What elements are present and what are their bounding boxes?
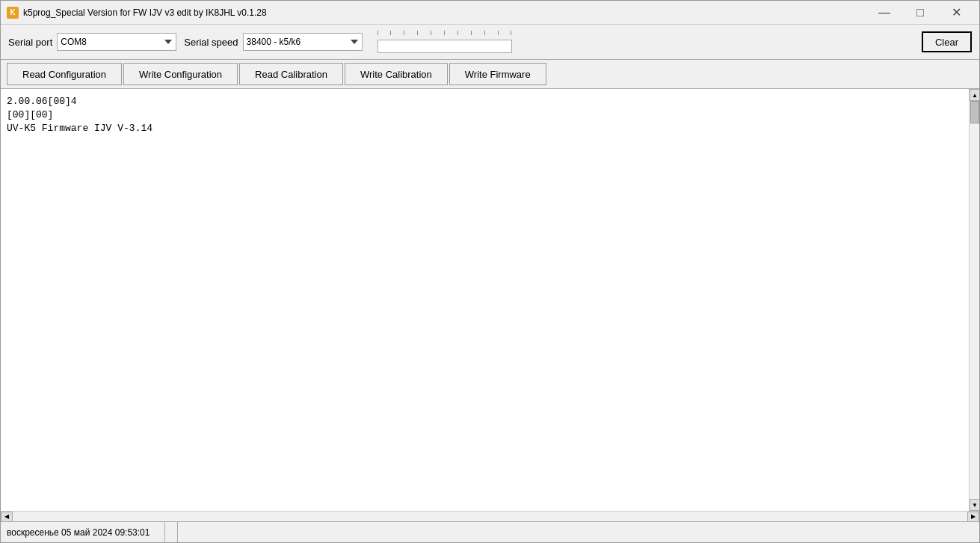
- scroll-up-arrow[interactable]: ▲: [970, 89, 979, 101]
- app-icon: K: [7, 7, 19, 19]
- vertical-scrollbar[interactable]: ▲ ▼: [969, 89, 979, 511]
- scroll-down-arrow[interactable]: ▼: [970, 499, 979, 511]
- toolbar: Serial port COM1COM2COM3COM4COM5COM6COM7…: [1, 25, 979, 60]
- clear-button[interactable]: Clear: [922, 31, 972, 52]
- title-bar: K k5prog_Special Version for FW IJV v3 e…: [1, 1, 979, 25]
- tick-6: [444, 31, 445, 35]
- serial-port-group: Serial port COM1COM2COM3COM4COM5COM6COM7…: [8, 33, 176, 51]
- tick-8: [471, 31, 472, 35]
- tick-3: [404, 31, 404, 35]
- datetime-text: воскресенье 05 май 2024 09:53:01: [7, 527, 150, 538]
- tick-2: [390, 31, 391, 35]
- horizontal-scrollbar[interactable]: ◀ ▶: [1, 511, 979, 521]
- read-calibration-button[interactable]: Read Calibration: [239, 63, 343, 85]
- datetime-segment: воскресенье 05 май 2024 09:53:01: [1, 522, 165, 542]
- main-window: K k5prog_Special Version for FW IJV v3 e…: [0, 0, 980, 543]
- content-area: 2.00.06[00]4 [00][00] UV-K5 Firmware IJV…: [1, 89, 979, 511]
- tick-9: [484, 31, 485, 35]
- tick-4: [417, 31, 418, 35]
- status-bar: воскресенье 05 май 2024 09:53:01: [1, 521, 979, 542]
- tick-10: [498, 31, 499, 35]
- minimize-button[interactable]: —: [867, 2, 902, 23]
- scroll-track[interactable]: [970, 101, 979, 499]
- tick-1: [377, 31, 378, 35]
- read-configuration-button[interactable]: Read Configuration: [7, 63, 122, 85]
- serial-speed-group: Serial speed 96001920038400 - k5/k657600…: [184, 33, 362, 51]
- progress-area: [377, 31, 512, 53]
- tick-5: [431, 31, 431, 35]
- serial-speed-label: Serial speed: [184, 37, 238, 48]
- maximize-button[interactable]: □: [903, 2, 937, 23]
- write-calibration-button[interactable]: Write Calibration: [345, 63, 448, 85]
- text-output[interactable]: 2.00.06[00]4 [00][00] UV-K5 Firmware IJV…: [1, 89, 969, 511]
- serial-port-select[interactable]: COM1COM2COM3COM4COM5COM6COM7COM8: [57, 33, 176, 51]
- close-button[interactable]: ✕: [939, 2, 973, 23]
- scroll-left-arrow[interactable]: ◀: [1, 512, 13, 522]
- window-controls: — □ ✕: [867, 2, 973, 23]
- serial-speed-select[interactable]: 96001920038400 - k5/k657600115200: [243, 33, 363, 51]
- scroll-right-arrow[interactable]: ▶: [967, 512, 979, 522]
- status-extra: [165, 522, 178, 542]
- tick-11: [511, 31, 511, 35]
- progress-bar-container: [377, 40, 512, 53]
- window-title: k5prog_Special Version for FW IJV v3 edi…: [23, 7, 867, 18]
- action-bar: Read Configuration Write Configuration R…: [1, 60, 979, 89]
- serial-port-label: Serial port: [8, 37, 52, 48]
- write-firmware-button[interactable]: Write Firmware: [449, 63, 546, 85]
- tick-7: [457, 31, 458, 35]
- scroll-thumb[interactable]: [970, 101, 979, 123]
- write-configuration-button[interactable]: Write Configuration: [123, 63, 238, 85]
- progress-ticks: [377, 31, 512, 38]
